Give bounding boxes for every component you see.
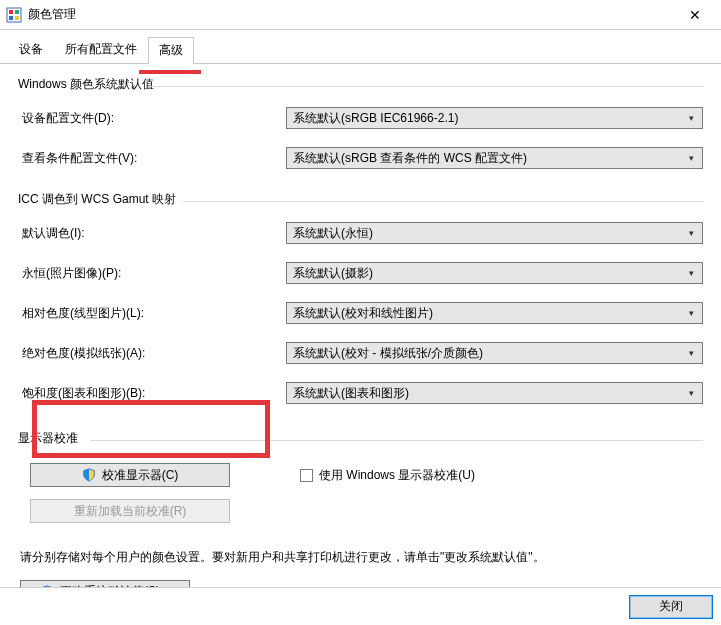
group-windows-defaults: Windows 颜色系统默认值 设备配置文件(D): 系统默认(sRGB IEC…	[18, 72, 703, 169]
tab-all-profiles[interactable]: 所有配置文件	[54, 36, 148, 63]
group-display-calibration-legend: 显示器校准	[18, 426, 703, 451]
row-default-intent: 默认调色(I): 系统默认(永恒) ▾	[18, 222, 703, 244]
calibrate-display-label: 校准显示器(C)	[102, 467, 179, 484]
label-relcol: 相对色度(线型图片)(L):	[18, 305, 286, 322]
svg-rect-3	[9, 16, 13, 20]
select-viewing-cond[interactable]: 系统默认(sRGB 查看条件的 WCS 配置文件) ▾	[286, 147, 703, 169]
select-device-profile-value: 系统默认(sRGB IEC61966-2.1)	[293, 110, 684, 127]
chevron-down-icon: ▾	[684, 228, 698, 238]
tab-devices-label: 设备	[19, 42, 43, 56]
select-default-intent[interactable]: 系统默认(永恒) ▾	[286, 222, 703, 244]
select-saturation-value: 系统默认(图表和图形)	[293, 385, 684, 402]
select-relcol-value: 系统默认(校对和线性图片)	[293, 305, 684, 322]
row-relcol: 相对色度(线型图片)(L): 系统默认(校对和线性图片) ▾	[18, 302, 703, 324]
row-device-profile: 设备配置文件(D): 系统默认(sRGB IEC61966-2.1) ▾	[18, 107, 703, 129]
svg-rect-2	[15, 10, 19, 14]
label-saturation: 饱和度(图表和图形)(B):	[18, 385, 286, 402]
select-device-profile[interactable]: 系统默认(sRGB IEC61966-2.1) ▾	[286, 107, 703, 129]
label-viewing-cond: 查看条件配置文件(V):	[18, 150, 286, 167]
chevron-down-icon: ▾	[684, 268, 698, 278]
row-abscol: 绝对色度(模拟纸张)(A): 系统默认(校对 - 模拟纸张/介质颜色) ▾	[18, 342, 703, 364]
select-saturation[interactable]: 系统默认(图表和图形) ▾	[286, 382, 703, 404]
close-dialog-label: 关闭	[659, 598, 683, 615]
content-area: Windows 颜色系统默认值 设备配置文件(D): 系统默认(sRGB IEC…	[0, 64, 721, 604]
close-button[interactable]: ✕	[675, 1, 715, 29]
select-default-intent-value: 系统默认(永恒)	[293, 225, 684, 242]
reload-calibration-button: 重新加载当前校准(R)	[30, 499, 230, 523]
row-saturation: 饱和度(图表和图形)(B): 系统默认(图表和图形) ▾	[18, 382, 703, 404]
group-display-calibration: 显示器校准 校准显示器(C) 使用 Windows 显示器校准(U) 重新加载当…	[18, 422, 703, 529]
highlight-tab-advanced	[139, 36, 201, 74]
chevron-down-icon: ▾	[684, 348, 698, 358]
group-windows-defaults-legend: Windows 颜色系统默认值	[18, 72, 703, 97]
chevron-down-icon: ▾	[684, 388, 698, 398]
label-device-profile: 设备配置文件(D):	[18, 110, 286, 127]
label-default-intent: 默认调色(I):	[18, 225, 286, 242]
chevron-down-icon: ▾	[684, 153, 698, 163]
tab-strip: 设备 所有配置文件 高级	[0, 30, 721, 64]
select-viewing-cond-value: 系统默认(sRGB 查看条件的 WCS 配置文件)	[293, 150, 684, 167]
select-abscol-value: 系统默认(校对 - 模拟纸张/介质颜色)	[293, 345, 684, 362]
row-perceptual: 永恒(照片图像)(P): 系统默认(摄影) ▾	[18, 262, 703, 284]
select-abscol[interactable]: 系统默认(校对 - 模拟纸张/介质颜色) ▾	[286, 342, 703, 364]
window-title: 颜色管理	[28, 6, 675, 23]
row-viewing-cond: 查看条件配置文件(V): 系统默认(sRGB 查看条件的 WCS 配置文件) ▾	[18, 147, 703, 169]
svg-rect-1	[9, 10, 13, 14]
chevron-down-icon: ▾	[684, 113, 698, 123]
label-abscol: 绝对色度(模拟纸张)(A):	[18, 345, 286, 362]
group-icc-gamut-legend: ICC 调色到 WCS Gamut 映射	[18, 187, 703, 212]
titlebar: 颜色管理 ✕	[0, 0, 721, 30]
dialog-footer: 关闭	[0, 587, 721, 625]
select-relcol[interactable]: 系统默认(校对和线性图片) ▾	[286, 302, 703, 324]
tab-all-profiles-label: 所有配置文件	[65, 42, 137, 56]
shield-icon	[82, 468, 96, 482]
per-user-note: 请分别存储对每个用户的颜色设置。要对新用户和共享打印机进行更改，请单击"更改系统…	[20, 549, 701, 566]
calibrate-display-button[interactable]: 校准显示器(C)	[30, 463, 230, 487]
svg-rect-4	[15, 16, 19, 20]
tab-devices[interactable]: 设备	[8, 36, 54, 63]
select-perceptual[interactable]: 系统默认(摄影) ▾	[286, 262, 703, 284]
use-windows-calibration-label: 使用 Windows 显示器校准(U)	[319, 467, 475, 484]
close-dialog-button[interactable]: 关闭	[629, 595, 713, 619]
label-perceptual: 永恒(照片图像)(P):	[18, 265, 286, 282]
use-windows-calibration-checkbox[interactable]	[300, 469, 313, 482]
chevron-down-icon: ▾	[684, 308, 698, 318]
close-icon: ✕	[689, 7, 701, 23]
reload-calibration-label: 重新加载当前校准(R)	[74, 503, 187, 520]
select-perceptual-value: 系统默认(摄影)	[293, 265, 684, 282]
group-icc-gamut: ICC 调色到 WCS Gamut 映射 默认调色(I): 系统默认(永恒) ▾…	[18, 187, 703, 404]
app-icon	[6, 7, 22, 23]
